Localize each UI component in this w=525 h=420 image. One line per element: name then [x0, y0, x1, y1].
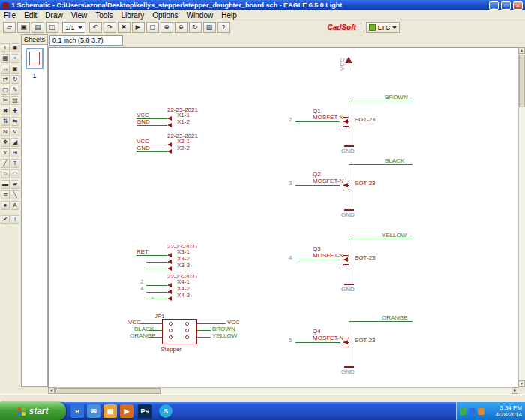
media-player-icon[interactable]: ▶ [120, 404, 134, 418]
menu-options[interactable]: Options [152, 11, 178, 20]
email-icon[interactable]: ✉ [87, 404, 100, 418]
miter-tool-icon[interactable]: ◢ [10, 138, 20, 147]
menu-library[interactable]: Library [122, 11, 145, 20]
bus-tool-icon[interactable]: ≣ [1, 190, 10, 200]
name-tool-icon[interactable]: N [1, 128, 10, 136]
vcc-supply-symbol[interactable]: VCC [338, 50, 368, 80]
photoshop-icon[interactable]: Ps [138, 404, 152, 418]
zoom-out-button[interactable]: ⊖ [175, 22, 188, 33]
export-image-button[interactable]: ◫ [46, 22, 58, 33]
info-tool-icon[interactable]: i [1, 44, 10, 52]
cut-tool-icon[interactable]: ✂ [1, 96, 10, 105]
menu-window[interactable]: Window [187, 11, 214, 20]
part-value: MOSFET-N [313, 178, 344, 184]
move-tool-icon[interactable]: ↔ [1, 64, 10, 74]
label-tool-icon[interactable]: A [10, 201, 20, 210]
mosfet-q4[interactable]: ORANGE 5 Q4 MOSFET-N SOT-23 GND [289, 315, 416, 375]
zoom-fit-button[interactable]: ◻ [146, 22, 159, 33]
mosfet-q3[interactable]: YELLOW 4 Q3 MOSFET-N SOT-23 GND [289, 232, 416, 292]
horizontal-scroll-thumb[interactable] [56, 388, 160, 394]
mirror-tool-icon[interactable]: ⇄ [1, 75, 10, 84]
mosfet-q1[interactable]: BROWN 2 Q1 MOSFET-N SOT-23 GND [289, 94, 416, 154]
eagle-tray-icon[interactable] [469, 408, 476, 415]
connector-x2[interactable]: 22-23-2021 VCC X2-1 GND X2-2 [131, 130, 214, 154]
connector-x1[interactable]: 22-23-2021 VCC X1-1 GND X1-2 [131, 104, 214, 128]
net-tool-icon[interactable]: ╲ [10, 190, 20, 200]
taskbar-clock[interactable]: 3:34 PM 4/28/2014 [495, 404, 525, 418]
scroll-left-icon[interactable]: ◄ [48, 387, 55, 394]
display-tool-icon[interactable]: ▦ [1, 54, 10, 63]
wire-tool-icon[interactable]: ╱ [1, 159, 10, 168]
network-tray-icon[interactable] [478, 408, 484, 415]
vertical-scroll-thumb[interactable] [519, 55, 525, 107]
menu-draw[interactable]: Draw [45, 11, 62, 20]
schematic-canvas[interactable]: VCC 22-23-2021 VCC X1-1 GND X1-2 22-23-2… [48, 47, 518, 387]
menu-tools[interactable]: Tools [95, 11, 112, 20]
junction-tool-icon[interactable]: ● [1, 201, 10, 210]
value-tool-icon[interactable]: V [10, 128, 20, 136]
net-label: BROWN [212, 326, 236, 332]
undo-button[interactable]: ↶ [89, 22, 102, 33]
zoom-select-button[interactable]: ▧ [203, 22, 216, 33]
polygon-tool-icon[interactable]: ▰ [10, 180, 20, 189]
smash-tool-icon[interactable]: ❖ [1, 138, 10, 147]
erc-tool-icon[interactable]: ✔ [1, 215, 10, 224]
zoom-redraw-button[interactable]: ↻ [189, 22, 202, 33]
replace-tool-icon[interactable]: ⇆ [10, 117, 20, 126]
invoke-tool-icon[interactable]: ⊞ [10, 148, 20, 158]
change-tool-icon[interactable]: ✎ [10, 86, 20, 94]
maximize-button[interactable]: □ [501, 2, 511, 10]
connector-x3[interactable]: 22-23-2031 RET X3-1 X3-2 X3-3 [131, 241, 214, 272]
net-label: BROWN [385, 94, 408, 100]
add-tool-icon[interactable]: ✚ [10, 106, 20, 116]
scroll-up-icon[interactable]: ▲ [518, 47, 525, 54]
arc-tool-icon[interactable]: ◠ [10, 170, 20, 178]
scroll-down-icon[interactable]: ▼ [518, 380, 525, 387]
go-button[interactable]: ▶ [132, 22, 145, 33]
menu-help[interactable]: Help [221, 11, 237, 20]
connector-x4[interactable]: 22-23-2031 2 X4-1 4 X4-2 X4-3 [131, 271, 214, 302]
text-tool-icon[interactable]: T [10, 159, 20, 168]
help-button[interactable]: ? [218, 22, 230, 33]
open-button[interactable]: ▱ [3, 22, 16, 33]
internet-explorer-icon[interactable]: e [70, 404, 84, 418]
copy-tool-icon[interactable]: ▣ [10, 64, 20, 74]
stepper-connector[interactable]: JP1 VCC BLACK ORANGE VCC BROWN YELLOW St… [124, 312, 255, 354]
pinswap-tool-icon[interactable]: ⇅ [1, 117, 10, 126]
minimize-button[interactable]: _ [489, 2, 499, 10]
errors-tool-icon[interactable]: ! [10, 215, 20, 224]
mosfet-q2[interactable]: BLACK 3 Q2 MOSFET-N SOT-23 GND [289, 158, 416, 218]
circle-tool-icon[interactable]: ○ [1, 170, 10, 178]
close-button[interactable]: ✕ [513, 2, 523, 10]
menu-view[interactable]: View [71, 11, 88, 20]
zoom-in-button[interactable]: ⊕ [160, 22, 173, 33]
skype-icon[interactable]: S [159, 404, 172, 418]
ltc-dropdown[interactable]: LTC [366, 22, 400, 33]
menu-file[interactable]: File [4, 11, 16, 20]
explorer-icon[interactable]: ▤ [104, 404, 117, 418]
sheet-selector[interactable]: 1/1 [62, 22, 86, 33]
rotate-tool-icon[interactable]: ↻ [10, 75, 20, 84]
rect-tool-icon[interactable]: ▬ [1, 180, 10, 189]
mark-tool-icon[interactable]: + [10, 54, 20, 63]
scroll-right-icon[interactable]: ► [512, 387, 518, 394]
sheet-thumbnail[interactable] [26, 48, 44, 69]
antivirus-tray-icon[interactable] [460, 408, 466, 415]
group-tool-icon[interactable]: ▢ [1, 86, 10, 94]
vertical-scrollbar[interactable]: ▲ ▼ [518, 47, 525, 387]
save-button[interactable]: ▣ [17, 22, 30, 33]
sheets-tab[interactable]: Sheets [21, 34, 48, 44]
show-tool-icon[interactable]: ◉ [10, 44, 20, 52]
drain-pin [349, 332, 350, 338]
coordinate-display[interactable]: 0.1 inch (5.8 3.7) [50, 35, 123, 46]
print-button[interactable]: ▤ [32, 22, 44, 33]
stop-button[interactable]: ✖ [118, 22, 130, 33]
redo-button[interactable]: ↷ [104, 22, 116, 33]
delete-tool-icon[interactable]: ✖ [1, 106, 10, 116]
paste-tool-icon[interactable]: ▤ [10, 96, 20, 105]
horizontal-scrollbar[interactable]: ◄ ► [48, 387, 518, 394]
menu-edit[interactable]: Edit [24, 11, 37, 20]
start-button[interactable]: start [0, 402, 66, 420]
split-tool-icon[interactable]: Y [1, 148, 10, 158]
gate-net-label: 2 [289, 117, 292, 123]
